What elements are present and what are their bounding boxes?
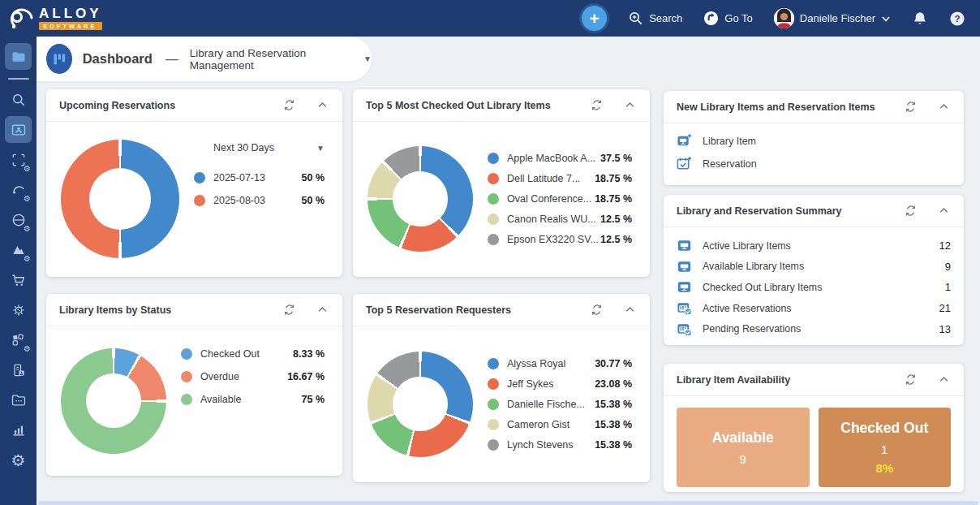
collapse-chevron-icon[interactable] <box>937 204 951 218</box>
alloy-swoosh-icon <box>8 5 36 32</box>
donut-chart-top-checked-out[interactable] <box>368 146 473 252</box>
summary-label: Pending Reservations <box>703 323 801 335</box>
refresh-icon[interactable] <box>590 303 604 317</box>
brand-subname: SOFTWARE <box>39 22 102 31</box>
new-library-item-link[interactable]: Library Item <box>677 133 951 149</box>
donut-chart-items-by-status[interactable] <box>61 348 166 454</box>
sidebar-item-purchase-cart[interactable] <box>5 266 32 293</box>
summary-label: Active Library Items <box>703 240 791 252</box>
gear-icon: ⚙ <box>24 195 31 203</box>
refresh-icon[interactable] <box>904 373 918 386</box>
legend-item[interactable]: Epson EX3220 SV...12.5 % <box>488 234 632 245</box>
legend-item[interactable]: Jeff Sykes23.08 % <box>488 378 632 390</box>
horizontal-scrollbar[interactable] <box>38 501 978 505</box>
period-label: Next 30 Days <box>213 142 274 153</box>
alloy-logo[interactable]: ALLOY SOFTWARE <box>8 5 102 32</box>
link-label: Library Item <box>703 136 756 147</box>
sidebar-item-workflow-gear[interactable]: ⚙ <box>5 176 32 203</box>
sidebar-item-target-gear[interactable]: ⚙ <box>5 146 32 173</box>
card-new-items: New Library Items and Reservation Items … <box>664 91 964 185</box>
cart-icon <box>11 272 27 288</box>
sidebar-item-folder[interactable] <box>5 43 32 70</box>
search-button[interactable]: Search <box>628 11 682 26</box>
search-icon <box>628 11 643 26</box>
refresh-icon[interactable] <box>904 100 918 114</box>
dashboard-icon <box>46 44 72 74</box>
user-menu[interactable]: Danielle Fischer <box>774 8 891 28</box>
sidebar-item-reports[interactable] <box>5 417 32 443</box>
collapse-chevron-icon[interactable] <box>937 100 951 114</box>
reservation-icon <box>677 322 692 337</box>
legend-dot <box>488 399 499 410</box>
summary-row-active-reservations[interactable]: Active Reservations 21 <box>677 298 951 319</box>
collapse-chevron-icon[interactable] <box>316 303 329 317</box>
summary-row-active-library-items[interactable]: Active Library Items 12 <box>677 235 951 257</box>
collapse-chevron-icon[interactable] <box>316 98 329 112</box>
refresh-icon[interactable] <box>590 98 604 112</box>
sidebar-item-projects-folder[interactable] <box>5 386 32 413</box>
available-block[interactable]: Available 9 <box>677 408 810 487</box>
legend-item[interactable]: Danielle Fische...15.38 % <box>488 399 632 410</box>
legend-item[interactable]: Cameron Gist15.38 % <box>488 419 632 430</box>
collapse-chevron-icon[interactable] <box>937 373 951 386</box>
legend-item[interactable]: 2025-07-13 50 % <box>194 172 325 183</box>
legend-item[interactable]: Dell Latitude 7...18.75 % <box>488 173 632 184</box>
sidebar-item-search[interactable] <box>5 86 32 113</box>
card-title: Library Item Availability <box>677 374 790 386</box>
summary-row-available-library-items[interactable]: Available Library Items 9 <box>677 257 951 278</box>
refresh-icon[interactable] <box>282 303 296 317</box>
sidebar-item-settings[interactable]: ⚙ <box>5 447 32 473</box>
sidebar-item-library[interactable] <box>5 116 32 143</box>
plus-icon: + <box>590 9 600 28</box>
legend-dot <box>181 371 192 382</box>
legend-item[interactable]: Apple MacBook A...37.5 % <box>488 153 632 164</box>
goto-button[interactable]: Go To <box>703 11 752 26</box>
card-summary: Library and Reservation Summary Active L… <box>664 195 964 345</box>
period-dropdown[interactable]: Next 30 Days ▼ <box>194 142 325 153</box>
search-icon <box>11 92 27 108</box>
bar-chart-icon <box>11 422 27 438</box>
building-icon <box>11 362 27 378</box>
summary-value: 21 <box>939 302 951 314</box>
block-label: Checked Out <box>840 420 928 437</box>
checked-out-block[interactable]: Checked Out 1 8% <box>819 408 952 487</box>
library-card-icon <box>11 122 27 138</box>
sidebar-item-assets-gear[interactable]: ⚙ <box>5 236 32 263</box>
card-title: Top 5 Most Checked Out Library Items <box>366 100 551 111</box>
collapse-chevron-icon[interactable] <box>623 98 637 112</box>
new-reservation-link[interactable]: Reservation <box>677 156 951 171</box>
legend-dot <box>181 394 192 405</box>
gear-icon: ⚙ <box>24 165 31 173</box>
summary-row-checked-out-library-items[interactable]: Checked Out Library Items 1 <box>677 277 951 298</box>
sidebar-item-virus-bug[interactable] <box>5 296 32 323</box>
sidebar-item-modules-gear[interactable]: ⚙ <box>5 326 32 353</box>
user-name: Danielle Fischer <box>800 12 875 24</box>
add-button[interactable]: + <box>582 6 607 31</box>
summary-row-pending-reservations[interactable]: Pending Reservations 13 <box>677 318 951 339</box>
donut-chart-upcoming-reservations[interactable] <box>61 140 179 258</box>
sidebar-item-service-gear[interactable]: ⚙ <box>5 206 32 233</box>
dashboard-selector[interactable]: Library and Reservation Management ▼ <box>190 47 372 71</box>
legend-item[interactable]: Available75 % <box>181 394 325 405</box>
legend-dot <box>488 214 499 225</box>
summary-label: Active Reservations <box>703 303 792 314</box>
donut-chart-top-requesters[interactable] <box>368 352 473 457</box>
reservation-add-icon <box>677 156 692 171</box>
help-icon[interactable]: ? <box>949 11 965 27</box>
legend-item[interactable]: 2025-08-03 50 % <box>194 195 325 206</box>
legend-item[interactable]: Checked Out8.33 % <box>181 348 325 360</box>
sidebar-item-organization[interactable] <box>5 356 32 383</box>
notifications-bell-icon[interactable] <box>912 11 928 27</box>
legend-item[interactable]: Alyssa Royal30.77 % <box>488 358 632 369</box>
gear-icon: ⚙ <box>24 255 31 263</box>
legend-item[interactable]: Lynch Stevens15.38 % <box>488 439 632 451</box>
refresh-icon[interactable] <box>904 204 918 218</box>
summary-value: 12 <box>939 240 951 252</box>
legend-item[interactable]: Overdue16.67 % <box>181 371 325 382</box>
legend-item[interactable]: Canon Realis WU...12.5 % <box>488 214 632 225</box>
collapse-chevron-icon[interactable] <box>623 303 637 317</box>
card-availability: Library Item Availability Available 9 Ch… <box>664 364 964 492</box>
block-value: 9 <box>740 452 746 466</box>
refresh-icon[interactable] <box>282 98 296 112</box>
legend-item[interactable]: Oval Conference...18.75 % <box>488 193 632 205</box>
